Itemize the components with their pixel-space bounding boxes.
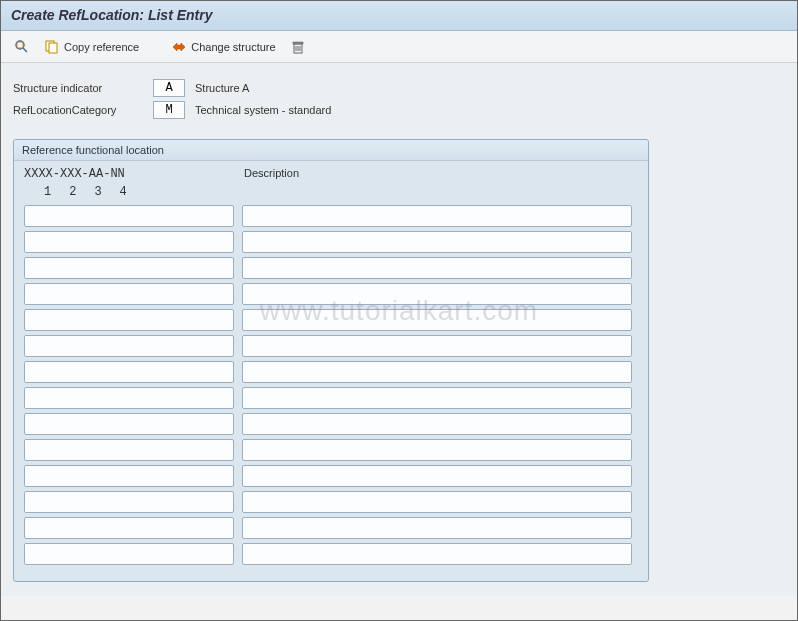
table-row bbox=[24, 257, 638, 279]
data-rows bbox=[14, 205, 648, 565]
code-input[interactable] bbox=[24, 205, 234, 227]
description-input[interactable] bbox=[242, 283, 632, 305]
table-row bbox=[24, 231, 638, 253]
code-input[interactable] bbox=[24, 283, 234, 305]
table-row bbox=[24, 309, 638, 331]
table-row bbox=[24, 465, 638, 487]
code-input[interactable] bbox=[24, 491, 234, 513]
structure-indicator-desc: Structure A bbox=[195, 82, 249, 94]
code-input[interactable] bbox=[24, 517, 234, 539]
code-input[interactable] bbox=[24, 309, 234, 331]
code-input[interactable] bbox=[24, 465, 234, 487]
segment-2: 2 bbox=[69, 185, 76, 199]
structure-indicator-row: Structure indicator Structure A bbox=[13, 77, 785, 99]
code-input[interactable] bbox=[24, 543, 234, 565]
trash-icon bbox=[290, 39, 306, 55]
mask-header: XXXX-XXX-AA-NN bbox=[24, 167, 244, 181]
table-row bbox=[24, 517, 638, 539]
description-input[interactable] bbox=[242, 257, 632, 279]
toolbar: Copy reference Change structure bbox=[1, 31, 797, 63]
table-row bbox=[24, 543, 638, 565]
print-preview-button[interactable] bbox=[9, 36, 35, 58]
description-input[interactable] bbox=[242, 387, 632, 409]
description-input[interactable] bbox=[242, 205, 632, 227]
copy-reference-label: Copy reference bbox=[64, 41, 139, 53]
change-structure-button[interactable]: Change structure bbox=[166, 36, 280, 58]
table-row bbox=[24, 413, 638, 435]
code-input[interactable] bbox=[24, 387, 234, 409]
table-row bbox=[24, 205, 638, 227]
description-input[interactable] bbox=[242, 361, 632, 383]
description-input[interactable] bbox=[242, 309, 632, 331]
table-row bbox=[24, 283, 638, 305]
print-preview-icon bbox=[14, 39, 30, 55]
svg-line-1 bbox=[23, 48, 27, 52]
code-input[interactable] bbox=[24, 439, 234, 461]
table-header: XXXX-XXX-AA-NN Description bbox=[14, 161, 648, 183]
ref-location-category-desc: Technical system - standard bbox=[195, 104, 331, 116]
code-input[interactable] bbox=[24, 361, 234, 383]
code-input[interactable] bbox=[24, 413, 234, 435]
svg-rect-2 bbox=[17, 42, 23, 48]
segment-row: 1 2 3 4 bbox=[14, 183, 648, 205]
svg-rect-4 bbox=[49, 43, 57, 53]
copy-reference-button[interactable]: Copy reference bbox=[39, 36, 144, 58]
change-structure-label: Change structure bbox=[191, 41, 275, 53]
table-row bbox=[24, 361, 638, 383]
reference-location-groupbox: Reference functional location XXXX-XXX-A… bbox=[13, 139, 649, 582]
structure-indicator-input[interactable] bbox=[153, 79, 185, 97]
description-input[interactable] bbox=[242, 335, 632, 357]
copy-icon bbox=[44, 39, 60, 55]
code-input[interactable] bbox=[24, 257, 234, 279]
description-input[interactable] bbox=[242, 439, 632, 461]
ref-location-category-label: RefLocationCategory bbox=[13, 104, 153, 116]
ref-location-category-input[interactable] bbox=[153, 101, 185, 119]
table-row bbox=[24, 387, 638, 409]
table-row bbox=[24, 491, 638, 513]
description-input[interactable] bbox=[242, 231, 632, 253]
table-row bbox=[24, 335, 638, 357]
description-input[interactable] bbox=[242, 465, 632, 487]
segment-3: 3 bbox=[94, 185, 101, 199]
description-input[interactable] bbox=[242, 517, 632, 539]
segment-4: 4 bbox=[120, 185, 127, 199]
description-input[interactable] bbox=[242, 491, 632, 513]
code-input[interactable] bbox=[24, 231, 234, 253]
description-input[interactable] bbox=[242, 543, 632, 565]
change-structure-icon bbox=[171, 39, 187, 55]
table-row bbox=[24, 439, 638, 461]
code-input[interactable] bbox=[24, 335, 234, 357]
content-area: Structure indicator Structure A RefLocat… bbox=[1, 63, 797, 596]
delete-button[interactable] bbox=[285, 36, 311, 58]
description-input[interactable] bbox=[242, 413, 632, 435]
description-header: Description bbox=[244, 167, 299, 181]
groupbox-title: Reference functional location bbox=[14, 140, 648, 161]
segment-1: 1 bbox=[44, 185, 51, 199]
ref-location-category-row: RefLocationCategory Technical system - s… bbox=[13, 99, 785, 121]
page-title: Create RefLocation: List Entry bbox=[11, 7, 787, 23]
title-bar: Create RefLocation: List Entry bbox=[1, 1, 797, 31]
svg-rect-6 bbox=[293, 42, 303, 44]
structure-indicator-label: Structure indicator bbox=[13, 82, 153, 94]
